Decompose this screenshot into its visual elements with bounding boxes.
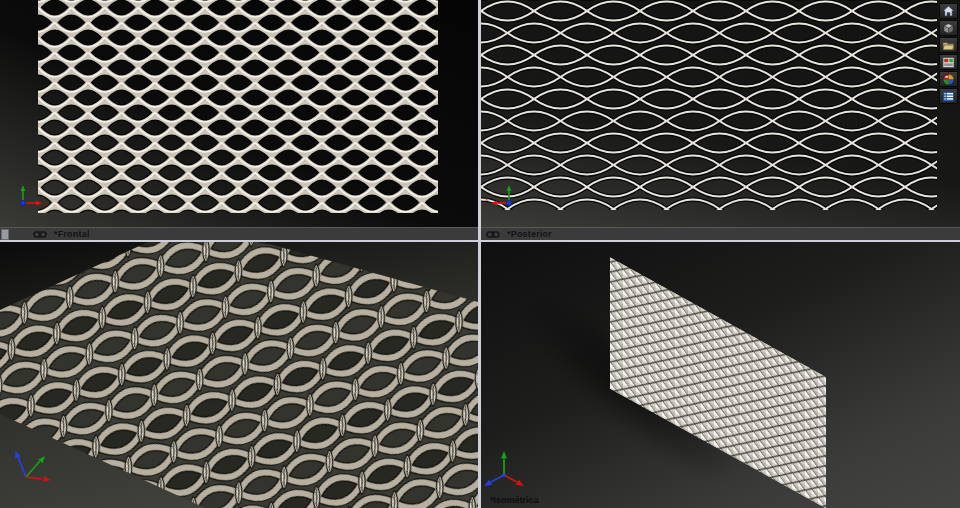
- box-icon: [942, 22, 955, 35]
- properties-list-button[interactable]: [939, 88, 958, 104]
- view-settings-icon: [942, 56, 955, 69]
- viewport-isometrica[interactable]: *Isométrica: [481, 242, 960, 508]
- viewport-label-isometrica: *Isométrica: [490, 495, 539, 505]
- mesh-posterior: [481, 0, 937, 210]
- mesh-frontal: [38, 0, 438, 213]
- axis-triad-frontal: x: [6, 182, 52, 212]
- home-icon: [942, 5, 955, 18]
- render-sphere-icon: [942, 73, 955, 86]
- open-folder-button[interactable]: [939, 37, 958, 53]
- properties-list-icon: [942, 90, 955, 103]
- mesh-perspective: [0, 242, 478, 508]
- x-axis-label: x: [485, 195, 489, 202]
- viewport-label-frontal: *Frontal: [54, 228, 90, 240]
- open-folder-icon: [942, 39, 955, 52]
- link-icon: [33, 230, 47, 239]
- view-settings-button[interactable]: [939, 54, 958, 70]
- axis-triad-perspective: [4, 449, 54, 491]
- right-toolbar: [938, 2, 959, 105]
- axis-triad-isometrica: [483, 449, 529, 487]
- render-sphere-button[interactable]: [939, 71, 958, 87]
- link-icon: [486, 230, 500, 239]
- axis-triad-posterior: x: [485, 182, 531, 212]
- home-button[interactable]: [939, 3, 958, 19]
- cad-window: x *Frontal: [0, 0, 960, 508]
- model-box-button[interactable]: [939, 20, 958, 36]
- viewport-perspective[interactable]: [0, 242, 478, 508]
- viewport-label-bar-posterior[interactable]: *Posterior: [481, 227, 960, 240]
- horizontal-splitter[interactable]: [0, 240, 960, 242]
- viewport-label-bar-frontal[interactable]: *Frontal: [0, 227, 478, 240]
- viewport-label-posterior: *Posterior: [507, 228, 552, 240]
- viewport-frontal[interactable]: x: [0, 0, 478, 227]
- viewport-posterior[interactable]: x: [481, 0, 960, 227]
- x-axis-label: x: [44, 200, 48, 207]
- vertical-splitter[interactable]: [478, 0, 481, 508]
- splitter-grip[interactable]: [1, 229, 9, 240]
